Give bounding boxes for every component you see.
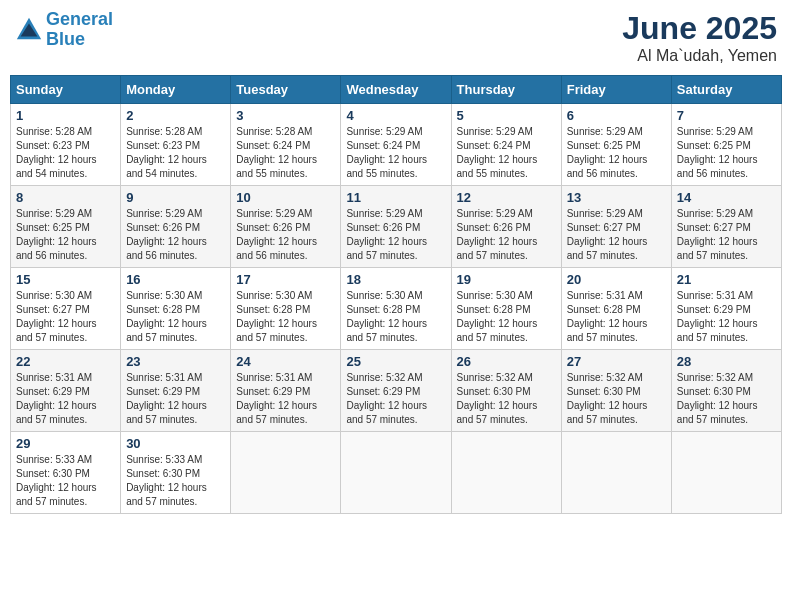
sunset-label: Sunset: 6:29 PM xyxy=(346,386,420,397)
sunrise-label: Sunrise: 5:31 AM xyxy=(16,372,92,383)
cell-content: Sunrise: 5:33 AM Sunset: 6:30 PM Dayligh… xyxy=(16,453,115,509)
daylight-label: Daylight: 12 hours and 57 minutes. xyxy=(126,400,207,425)
sunrise-label: Sunrise: 5:32 AM xyxy=(567,372,643,383)
day-number: 18 xyxy=(346,272,445,287)
title-block: June 2025 Al Ma`udah, Yemen xyxy=(622,10,777,65)
cell-content: Sunrise: 5:29 AM Sunset: 6:27 PM Dayligh… xyxy=(567,207,666,263)
calendar-cell: 18 Sunrise: 5:30 AM Sunset: 6:28 PM Dayl… xyxy=(341,268,451,350)
day-number: 2 xyxy=(126,108,225,123)
daylight-label: Daylight: 12 hours and 57 minutes. xyxy=(677,318,758,343)
daylight-label: Daylight: 12 hours and 57 minutes. xyxy=(236,318,317,343)
day-number: 22 xyxy=(16,354,115,369)
sunset-label: Sunset: 6:30 PM xyxy=(567,386,641,397)
sunset-label: Sunset: 6:28 PM xyxy=(457,304,531,315)
day-number: 5 xyxy=(457,108,556,123)
sunset-label: Sunset: 6:26 PM xyxy=(126,222,200,233)
sunrise-label: Sunrise: 5:28 AM xyxy=(16,126,92,137)
daylight-label: Daylight: 12 hours and 56 minutes. xyxy=(677,154,758,179)
day-number: 17 xyxy=(236,272,335,287)
calendar-cell xyxy=(671,432,781,514)
sunrise-label: Sunrise: 5:29 AM xyxy=(126,208,202,219)
daylight-label: Daylight: 12 hours and 57 minutes. xyxy=(457,236,538,261)
sunrise-label: Sunrise: 5:29 AM xyxy=(346,126,422,137)
day-number: 29 xyxy=(16,436,115,451)
sunset-label: Sunset: 6:30 PM xyxy=(16,468,90,479)
cell-content: Sunrise: 5:32 AM Sunset: 6:30 PM Dayligh… xyxy=(677,371,776,427)
sunset-label: Sunset: 6:25 PM xyxy=(16,222,90,233)
sunset-label: Sunset: 6:26 PM xyxy=(457,222,531,233)
sunset-label: Sunset: 6:28 PM xyxy=(126,304,200,315)
sunset-label: Sunset: 6:24 PM xyxy=(346,140,420,151)
daylight-label: Daylight: 12 hours and 57 minutes. xyxy=(16,482,97,507)
calendar-week-row-1: 1 Sunrise: 5:28 AM Sunset: 6:23 PM Dayli… xyxy=(11,104,782,186)
cell-content: Sunrise: 5:30 AM Sunset: 6:27 PM Dayligh… xyxy=(16,289,115,345)
daylight-label: Daylight: 12 hours and 57 minutes. xyxy=(677,400,758,425)
day-number: 13 xyxy=(567,190,666,205)
sunrise-label: Sunrise: 5:29 AM xyxy=(346,208,422,219)
cell-content: Sunrise: 5:29 AM Sunset: 6:25 PM Dayligh… xyxy=(16,207,115,263)
sunset-label: Sunset: 6:23 PM xyxy=(16,140,90,151)
sunrise-label: Sunrise: 5:31 AM xyxy=(567,290,643,301)
sunrise-label: Sunrise: 5:30 AM xyxy=(457,290,533,301)
calendar-cell: 4 Sunrise: 5:29 AM Sunset: 6:24 PM Dayli… xyxy=(341,104,451,186)
sunset-label: Sunset: 6:29 PM xyxy=(236,386,310,397)
cell-content: Sunrise: 5:29 AM Sunset: 6:25 PM Dayligh… xyxy=(677,125,776,181)
daylight-label: Daylight: 12 hours and 55 minutes. xyxy=(457,154,538,179)
sunrise-label: Sunrise: 5:29 AM xyxy=(677,126,753,137)
col-tuesday: Tuesday xyxy=(231,76,341,104)
cell-content: Sunrise: 5:30 AM Sunset: 6:28 PM Dayligh… xyxy=(236,289,335,345)
sunrise-label: Sunrise: 5:28 AM xyxy=(126,126,202,137)
sunset-label: Sunset: 6:24 PM xyxy=(236,140,310,151)
cell-content: Sunrise: 5:28 AM Sunset: 6:24 PM Dayligh… xyxy=(236,125,335,181)
calendar-cell: 10 Sunrise: 5:29 AM Sunset: 6:26 PM Dayl… xyxy=(231,186,341,268)
cell-content: Sunrise: 5:32 AM Sunset: 6:29 PM Dayligh… xyxy=(346,371,445,427)
day-number: 3 xyxy=(236,108,335,123)
calendar-cell: 1 Sunrise: 5:28 AM Sunset: 6:23 PM Dayli… xyxy=(11,104,121,186)
calendar-cell: 15 Sunrise: 5:30 AM Sunset: 6:27 PM Dayl… xyxy=(11,268,121,350)
sunrise-label: Sunrise: 5:32 AM xyxy=(677,372,753,383)
daylight-label: Daylight: 12 hours and 54 minutes. xyxy=(126,154,207,179)
sunrise-label: Sunrise: 5:31 AM xyxy=(677,290,753,301)
cell-content: Sunrise: 5:30 AM Sunset: 6:28 PM Dayligh… xyxy=(126,289,225,345)
cell-content: Sunrise: 5:32 AM Sunset: 6:30 PM Dayligh… xyxy=(567,371,666,427)
calendar-week-row-5: 29 Sunrise: 5:33 AM Sunset: 6:30 PM Dayl… xyxy=(11,432,782,514)
day-number: 15 xyxy=(16,272,115,287)
cell-content: Sunrise: 5:31 AM Sunset: 6:28 PM Dayligh… xyxy=(567,289,666,345)
col-thursday: Thursday xyxy=(451,76,561,104)
calendar-cell: 7 Sunrise: 5:29 AM Sunset: 6:25 PM Dayli… xyxy=(671,104,781,186)
day-number: 4 xyxy=(346,108,445,123)
calendar-cell: 26 Sunrise: 5:32 AM Sunset: 6:30 PM Dayl… xyxy=(451,350,561,432)
sunset-label: Sunset: 6:30 PM xyxy=(126,468,200,479)
logo-text: General Blue xyxy=(46,10,113,50)
calendar-week-row-4: 22 Sunrise: 5:31 AM Sunset: 6:29 PM Dayl… xyxy=(11,350,782,432)
day-number: 16 xyxy=(126,272,225,287)
calendar-subtitle: Al Ma`udah, Yemen xyxy=(622,47,777,65)
calendar-cell: 22 Sunrise: 5:31 AM Sunset: 6:29 PM Dayl… xyxy=(11,350,121,432)
calendar-cell: 16 Sunrise: 5:30 AM Sunset: 6:28 PM Dayl… xyxy=(121,268,231,350)
cell-content: Sunrise: 5:29 AM Sunset: 6:26 PM Dayligh… xyxy=(126,207,225,263)
day-number: 30 xyxy=(126,436,225,451)
daylight-label: Daylight: 12 hours and 57 minutes. xyxy=(236,400,317,425)
cell-content: Sunrise: 5:29 AM Sunset: 6:24 PM Dayligh… xyxy=(346,125,445,181)
sunrise-label: Sunrise: 5:29 AM xyxy=(236,208,312,219)
calendar-cell: 20 Sunrise: 5:31 AM Sunset: 6:28 PM Dayl… xyxy=(561,268,671,350)
cell-content: Sunrise: 5:29 AM Sunset: 6:24 PM Dayligh… xyxy=(457,125,556,181)
sunset-label: Sunset: 6:25 PM xyxy=(567,140,641,151)
sunrise-label: Sunrise: 5:32 AM xyxy=(457,372,533,383)
calendar-cell xyxy=(231,432,341,514)
calendar-cell: 14 Sunrise: 5:29 AM Sunset: 6:27 PM Dayl… xyxy=(671,186,781,268)
calendar-week-row-2: 8 Sunrise: 5:29 AM Sunset: 6:25 PM Dayli… xyxy=(11,186,782,268)
sunrise-label: Sunrise: 5:33 AM xyxy=(16,454,92,465)
daylight-label: Daylight: 12 hours and 57 minutes. xyxy=(346,400,427,425)
cell-content: Sunrise: 5:31 AM Sunset: 6:29 PM Dayligh… xyxy=(16,371,115,427)
sunset-label: Sunset: 6:27 PM xyxy=(567,222,641,233)
col-monday: Monday xyxy=(121,76,231,104)
day-number: 24 xyxy=(236,354,335,369)
sunset-label: Sunset: 6:26 PM xyxy=(346,222,420,233)
sunrise-label: Sunrise: 5:31 AM xyxy=(236,372,312,383)
calendar-title: June 2025 xyxy=(622,10,777,47)
calendar-cell: 9 Sunrise: 5:29 AM Sunset: 6:26 PM Dayli… xyxy=(121,186,231,268)
cell-content: Sunrise: 5:33 AM Sunset: 6:30 PM Dayligh… xyxy=(126,453,225,509)
calendar-cell: 24 Sunrise: 5:31 AM Sunset: 6:29 PM Dayl… xyxy=(231,350,341,432)
calendar-cell xyxy=(341,432,451,514)
